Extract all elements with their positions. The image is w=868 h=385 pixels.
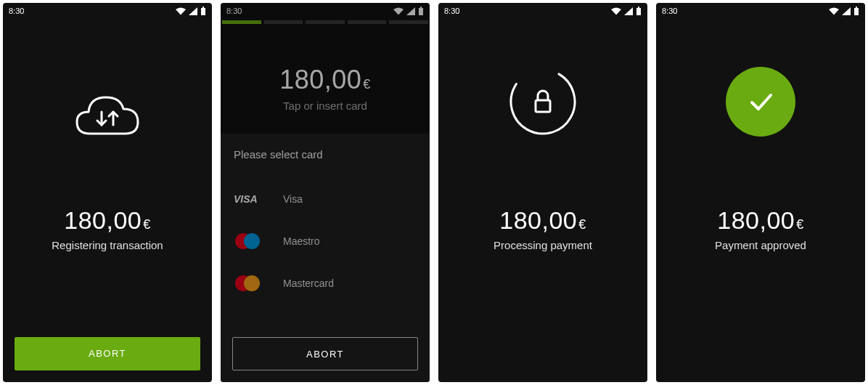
card-label: Mastercard bbox=[283, 277, 334, 289]
status-bar: 8:30 bbox=[3, 3, 212, 19]
card-option-mastercard[interactable]: Mastercard bbox=[234, 262, 417, 304]
signal-icon bbox=[189, 7, 197, 15]
amount: 180,00€ bbox=[64, 206, 151, 235]
battery-icon bbox=[636, 7, 642, 15]
svg-point-6 bbox=[244, 233, 260, 249]
amount-value: 180,00 bbox=[717, 206, 795, 235]
clock: 8:30 bbox=[226, 7, 242, 15]
battery-icon bbox=[418, 7, 424, 15]
wifi-icon bbox=[829, 7, 839, 15]
battery-icon bbox=[200, 7, 206, 15]
screen-registering: 8:30 180,00€ Registering transaction ABO… bbox=[3, 3, 212, 382]
status-bar: 8:30 bbox=[438, 3, 647, 19]
signal-icon bbox=[842, 7, 851, 15]
screen-approved: 8:30 180,00€ Payment approved bbox=[656, 3, 865, 382]
svg-rect-13 bbox=[854, 8, 859, 15]
status-text: Registering transaction bbox=[52, 239, 163, 251]
wifi-icon bbox=[176, 7, 186, 15]
currency: € bbox=[796, 217, 804, 232]
battery-icon bbox=[853, 7, 859, 15]
status-icons bbox=[393, 7, 424, 15]
status-icons bbox=[611, 7, 642, 15]
clock: 8:30 bbox=[662, 7, 677, 15]
svg-text:VISA: VISA bbox=[234, 194, 258, 204]
status-icons bbox=[176, 7, 206, 15]
visa-logo-icon: VISA bbox=[234, 194, 269, 204]
status-bar: 8:30 bbox=[221, 3, 430, 19]
svg-point-8 bbox=[244, 275, 260, 291]
card-option-maestro[interactable]: Maestro bbox=[234, 220, 417, 262]
signal-icon bbox=[624, 7, 633, 15]
clock: 8:30 bbox=[444, 7, 459, 15]
mastercard-logo-icon bbox=[234, 275, 269, 292]
lock-icon bbox=[536, 91, 550, 112]
maestro-logo-icon bbox=[234, 232, 269, 250]
amount-value: 180,00 bbox=[279, 65, 361, 95]
status-text: Processing payment bbox=[438, 239, 647, 251]
card-label: Maestro bbox=[283, 235, 320, 247]
status-icons bbox=[829, 7, 859, 15]
amount-value: 180,00 bbox=[64, 206, 142, 235]
status-bar: 8:30 bbox=[656, 3, 865, 19]
svg-rect-3 bbox=[420, 7, 422, 8]
svg-point-11 bbox=[508, 67, 578, 137]
svg-rect-10 bbox=[638, 7, 639, 8]
svg-rect-1 bbox=[202, 7, 204, 8]
abort-button[interactable]: ABORT bbox=[15, 337, 200, 370]
svg-rect-2 bbox=[419, 8, 423, 15]
amount: 180,00€ bbox=[438, 206, 647, 235]
amount-value: 180,00 bbox=[499, 206, 577, 235]
abort-button[interactable]: ABORT bbox=[232, 337, 418, 370]
cloud-sync-icon bbox=[73, 92, 142, 142]
hint-text: Tap or insert card bbox=[221, 100, 430, 112]
card-label: Visa bbox=[283, 193, 303, 205]
svg-rect-9 bbox=[636, 8, 641, 15]
wifi-icon bbox=[393, 7, 404, 15]
clock: 8:30 bbox=[9, 7, 24, 15]
svg-rect-0 bbox=[201, 8, 205, 15]
status-text: Payment approved bbox=[656, 239, 865, 251]
card-option-visa[interactable]: VISA Visa bbox=[234, 178, 417, 220]
currency: € bbox=[578, 217, 586, 232]
screen-select-card: 8:30 180,00€ Tap or insert card Please s… bbox=[221, 3, 430, 382]
signal-icon bbox=[406, 7, 415, 15]
screen-processing: 8:30 180,00€ Processing payment bbox=[438, 3, 647, 382]
amount: 180,00€ bbox=[221, 65, 430, 95]
amount: 180,00€ bbox=[656, 206, 865, 235]
success-badge bbox=[726, 67, 795, 137]
svg-rect-14 bbox=[856, 7, 857, 8]
currency: € bbox=[363, 77, 371, 92]
svg-rect-12 bbox=[536, 100, 550, 112]
currency: € bbox=[143, 217, 151, 232]
processing-spinner-icon bbox=[438, 67, 647, 137]
checkmark-icon bbox=[743, 84, 778, 119]
wifi-icon bbox=[611, 7, 621, 15]
panel-title: Please select card bbox=[234, 148, 417, 161]
